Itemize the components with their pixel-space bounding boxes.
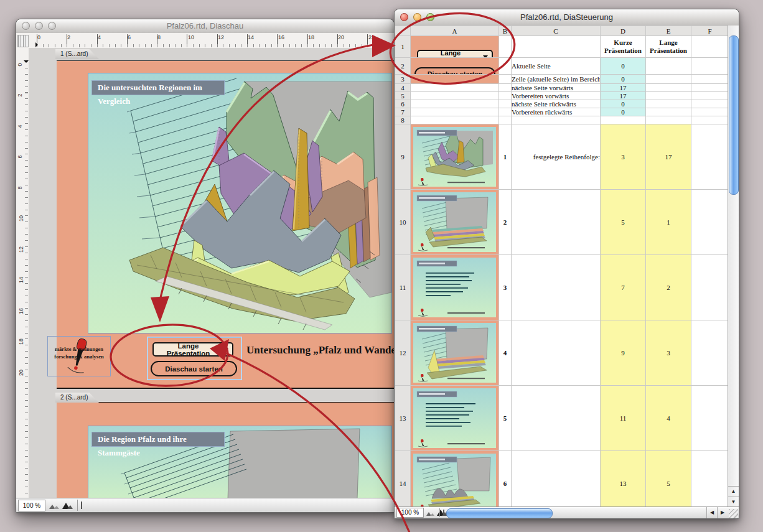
zoom-out-icon[interactable]	[426, 509, 448, 516]
row-header[interactable]: 4	[395, 84, 411, 92]
cell[interactable]	[691, 124, 729, 190]
row-header[interactable]: 3	[395, 75, 411, 84]
cell[interactable]	[691, 386, 729, 451]
cell[interactable]	[646, 84, 691, 92]
vertical-scroll-thumb[interactable]	[729, 35, 739, 195]
cell-c2[interactable]: Aktuelle Seite	[512, 58, 601, 75]
cell-d7[interactable]: 0	[601, 108, 646, 116]
scroll-right-button[interactable]: ▶	[717, 507, 728, 518]
cell[interactable]	[499, 58, 512, 75]
cell[interactable]	[411, 84, 499, 92]
column-header-b[interactable]: B	[499, 26, 512, 36]
cell-a9-slide-thumbnail[interactable]	[411, 124, 499, 190]
cell[interactable]	[646, 108, 691, 116]
row-header[interactable]: 2	[395, 58, 411, 75]
column-header-d[interactable]: D	[601, 26, 646, 36]
logo[interactable]: märkte & meinungen forschung & analysen	[47, 336, 111, 376]
cell[interactable]	[691, 190, 729, 255]
cell[interactable]	[646, 100, 691, 108]
cell-a3[interactable]	[411, 75, 499, 84]
cell[interactable]	[512, 451, 601, 508]
cell-e13[interactable]: 4	[646, 386, 691, 451]
cell-d4[interactable]: 17	[601, 84, 646, 92]
zoom-button[interactable]	[426, 13, 434, 21]
scroll-down-button[interactable]: ▼	[728, 497, 739, 507]
cell-d5[interactable]: 17	[601, 92, 646, 100]
cell[interactable]	[646, 116, 691, 124]
row-header[interactable]: 10	[395, 190, 411, 255]
cell-d11[interactable]: 7	[601, 255, 646, 320]
cell[interactable]	[691, 451, 729, 508]
row-header[interactable]: 6	[395, 100, 411, 108]
cell[interactable]	[499, 36, 512, 58]
horizontal-scroll-thumb[interactable]	[446, 508, 553, 518]
cell-c7[interactable]: Vorbereiten rückwärts	[512, 108, 601, 116]
cell-e14[interactable]: 5	[646, 451, 691, 508]
cell-e12[interactable]: 3	[646, 320, 691, 386]
cell-b12-order[interactable]: 4	[499, 320, 512, 386]
cell-d6[interactable]: 0	[601, 100, 646, 108]
ruler-origin-marker[interactable]	[35, 42, 38, 47]
cell[interactable]	[691, 58, 729, 75]
row-header[interactable]: 13	[395, 386, 411, 451]
scroll-up-button[interactable]: ▲	[728, 486, 739, 497]
cell-d9[interactable]: 3	[601, 124, 646, 190]
row-header[interactable]: 5	[395, 92, 411, 100]
zoom-out-icon[interactable]	[49, 502, 73, 510]
column-header-e[interactable]: E	[646, 26, 691, 36]
cell[interactable]	[512, 255, 601, 320]
cell-a1[interactable]: Lange Präsentation	[411, 36, 499, 58]
row-header[interactable]: 1	[395, 36, 411, 58]
row-header[interactable]: 14	[395, 451, 411, 508]
cell[interactable]	[512, 386, 601, 451]
column-header-c[interactable]: C	[512, 26, 601, 36]
cell-a11-slide-thumbnail[interactable]	[411, 255, 499, 320]
cell[interactable]	[411, 108, 499, 116]
zoom-button[interactable]	[48, 22, 56, 30]
left-window-titlebar[interactable]: Pfalz06.rtd, Diaschau	[16, 19, 394, 34]
cell-b11-order[interactable]: 3	[499, 255, 512, 320]
close-button[interactable]	[22, 22, 30, 30]
cell[interactable]	[646, 92, 691, 100]
cell[interactable]	[691, 92, 729, 100]
cell[interactable]	[646, 58, 691, 75]
zoom-level[interactable]: 100 %	[396, 508, 424, 518]
cell[interactable]	[691, 108, 729, 116]
slide-title-bar[interactable]: Die untersuchten Regionen im Vergleich	[91, 80, 225, 95]
slide-1[interactable]: Die untersuchten Regionen im Vergleich	[88, 73, 392, 334]
cell-a13-slide-thumbnail[interactable]	[411, 386, 499, 451]
cell[interactable]	[512, 36, 601, 58]
cell-e11[interactable]: 2	[646, 255, 691, 320]
cell[interactable]	[411, 100, 499, 108]
cell-e10[interactable]: 1	[646, 190, 691, 255]
cell[interactable]	[691, 36, 729, 58]
cell-d10[interactable]: 5	[601, 190, 646, 255]
cell[interactable]	[499, 100, 512, 108]
cell-a12-slide-thumbnail[interactable]	[411, 320, 499, 386]
cell-d13[interactable]: 11	[601, 386, 646, 451]
slide-2[interactable]: Die Region Pfalz und ihre Stammgäste	[88, 426, 392, 498]
cell-d2[interactable]: 0	[601, 58, 646, 75]
column-header-f[interactable]: F	[691, 26, 729, 36]
resize-grip[interactable]	[729, 509, 738, 518]
cell[interactable]	[601, 116, 646, 124]
cell-c3[interactable]: Zeile (aktuelle Seite) im Bereich	[512, 75, 601, 84]
cell[interactable]	[646, 75, 691, 84]
cell[interactable]	[499, 75, 512, 84]
grid-corner[interactable]	[395, 26, 411, 36]
row-header[interactable]: 12	[395, 320, 411, 386]
cell-c4[interactable]: nächste Seite vorwärts	[512, 84, 601, 92]
cell-b10-order[interactable]: 2	[499, 190, 512, 255]
start-slideshow-button[interactable]: Diaschau starten	[151, 361, 237, 376]
cell-a14-slide-thumbnail[interactable]	[411, 451, 499, 508]
minimize-button[interactable]	[413, 13, 421, 21]
cell-a10-slide-thumbnail[interactable]	[411, 190, 499, 255]
cell[interactable]	[691, 116, 729, 124]
row-header[interactable]: 11	[395, 255, 411, 320]
cell[interactable]	[499, 84, 512, 92]
presentation-dropdown[interactable]: Lange Präsentation	[152, 342, 233, 357]
cell[interactable]	[691, 100, 729, 108]
cell[interactable]	[499, 92, 512, 100]
scroll-left-button[interactable]: ◀	[706, 507, 717, 518]
presentation-dropdown[interactable]: Lange Präsentation	[417, 50, 493, 58]
